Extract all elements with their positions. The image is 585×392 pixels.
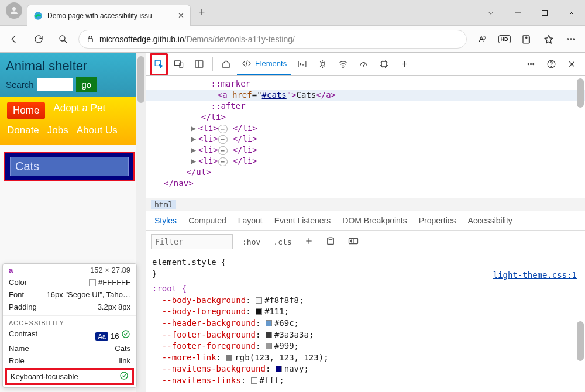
tab-styles[interactable]: Styles [154, 216, 177, 225]
contrast-badge: Aa [95, 332, 108, 341]
tab-accessibility[interactable]: Accessibility [468, 216, 512, 225]
cls-button[interactable]: .cls [270, 236, 295, 247]
tooltip-name-value: Cats [115, 344, 130, 353]
toolbar: microsoftedge.github.io/Demos/devtools-a… [0, 26, 585, 53]
svg-point-24 [321, 63, 325, 66]
lock-icon [86, 35, 95, 43]
close-tab-icon[interactable]: ✕ [178, 11, 184, 20]
refresh-button[interactable] [29, 30, 48, 49]
hd-button[interactable]: HD [495, 30, 514, 49]
svg-rect-23 [298, 61, 306, 67]
tooltip-contrast-label: Contrast [9, 329, 37, 341]
sources-tab[interactable] [313, 53, 332, 75]
maximize-button[interactable] [531, 4, 558, 22]
inspect-tooltip: a152 × 27.89 Color#FFFFFF Font16px "Sego… [2, 263, 137, 388]
tab-computed[interactable]: Computed [188, 216, 226, 225]
tooltip-role-value: link [119, 356, 130, 365]
tab-actions-icon[interactable] [477, 4, 504, 22]
nav-adopt[interactable]: Adopt a Pet [53, 102, 105, 119]
nav-about[interactable]: About Us [77, 125, 118, 136]
devtools-more-button[interactable] [521, 53, 541, 75]
network-tab[interactable] [333, 53, 353, 75]
styles-filter-input[interactable] [151, 234, 233, 249]
svg-line-7 [64, 40, 67, 43]
tooltip-padding-value: 3.2px 8px [98, 302, 130, 311]
svg-point-0 [12, 7, 16, 11]
page-scrollbar[interactable] [136, 53, 146, 392]
devtools-tabs: Elements [146, 53, 585, 76]
svg-rect-28 [381, 61, 387, 67]
performance-tab[interactable] [354, 53, 373, 75]
tooltip-role-label: Role [9, 356, 25, 365]
new-tab-button[interactable]: + [193, 4, 211, 22]
go-button[interactable]: go [76, 77, 98, 92]
device-toggle-button[interactable] [169, 53, 188, 75]
devtools-help-button[interactable] [542, 53, 561, 75]
tab-dom-breakpoints[interactable]: DOM Breakpoints [342, 216, 407, 225]
devtools: Elements ::marker <a href="#cats">Cats</… [146, 53, 585, 392]
nav-home[interactable]: Home [7, 102, 45, 119]
back-button[interactable] [5, 30, 23, 49]
css-declaration[interactable]: --navitems-background: navy; [152, 363, 579, 375]
more-menu-button[interactable] [562, 30, 580, 49]
flex-editor-button[interactable] [322, 235, 339, 249]
tab-event-listeners[interactable]: Event Listeners [274, 216, 331, 225]
page-title: Animal shelter [6, 59, 130, 74]
nav-donate[interactable]: Donate [7, 125, 39, 136]
minimize-button[interactable] [504, 4, 531, 22]
console-tab[interactable] [292, 53, 312, 75]
dom-tree[interactable]: ::marker <a href="#cats">Cats</a> ::afte… [146, 76, 585, 198]
welcome-tab[interactable] [216, 53, 236, 75]
css-declaration[interactable]: --body-background: #f8f8f8; [152, 295, 579, 307]
styles-scrollbar[interactable] [577, 321, 584, 361]
hov-button[interactable]: :hov [239, 236, 264, 247]
devtools-close-button[interactable] [562, 53, 581, 75]
new-style-button[interactable] [301, 236, 316, 248]
source-link[interactable]: light-theme.css:1 [493, 270, 577, 281]
svg-rect-21 [195, 61, 203, 67]
check-icon [119, 371, 129, 382]
svg-rect-8 [88, 39, 93, 42]
tooltip-dimensions: 152 × 27.89 [90, 266, 130, 274]
tab-properties[interactable]: Properties [419, 216, 456, 225]
css-declaration[interactable]: --footer-background: #3a3a3a; [152, 329, 579, 341]
collections-button[interactable] [517, 30, 536, 49]
tab-layout[interactable]: Layout [238, 216, 263, 225]
tooltip-contrast-value: 16 [111, 332, 119, 341]
tab-title: Demo page with accessibility issu [47, 12, 173, 20]
favorites-button[interactable] [539, 30, 558, 49]
address-bar[interactable]: microsoftedge.github.io/Demos/devtools-a… [78, 30, 467, 49]
browser-tab[interactable]: Demo page with accessibility issu ✕ [27, 5, 191, 26]
styles-toolbar: :hov .cls [146, 231, 585, 253]
titlebar: Demo page with accessibility issu ✕ + [0, 0, 585, 26]
dock-button[interactable] [190, 53, 209, 75]
search-button[interactable] [54, 30, 73, 49]
page-nav: Home Adopt a Pet Donate Jobs About Us [0, 97, 136, 145]
css-declaration[interactable]: --body-foreground: #111; [152, 306, 579, 318]
computed-toggle-button[interactable] [345, 236, 362, 248]
css-declaration[interactable]: --footer-foreground: #999; [152, 341, 579, 352]
css-declaration[interactable]: --navitems-links: #fff; [152, 375, 579, 387]
read-aloud-button[interactable]: A)) [473, 30, 491, 49]
profile-icon[interactable] [6, 2, 22, 19]
dom-selected-node[interactable]: <a href="#cats">Cats</a> [146, 90, 585, 101]
styles-tabs: Styles Computed Layout Event Listeners D… [146, 211, 585, 231]
memory-tab[interactable] [374, 53, 394, 75]
styles-pane[interactable]: element.style { } :root { light-theme.cs… [146, 253, 585, 392]
close-window-button[interactable] [558, 4, 585, 22]
css-declaration[interactable]: --header-background: #69c; [152, 318, 579, 329]
tooltip-color-value: #FFFFFF [98, 278, 130, 287]
inspect-element-button[interactable] [150, 53, 168, 75]
search-input[interactable] [37, 78, 73, 91]
svg-point-15 [573, 38, 574, 39]
nav-jobs[interactable]: Jobs [47, 125, 68, 136]
css-declaration[interactable]: --more-link: rgb(123, 123, 123); [152, 352, 579, 364]
dom-breadcrumb[interactable]: html [146, 198, 585, 211]
tooltip-a11y-heading: ACCESSIBILITY [3, 315, 136, 328]
add-tab-button[interactable] [395, 53, 414, 75]
svg-rect-3 [542, 10, 548, 15]
elements-tab[interactable]: Elements [237, 53, 291, 75]
devtools-scrollbar[interactable] [577, 78, 584, 108]
sidebar-item-cats[interactable]: Cats [10, 157, 129, 176]
svg-point-27 [363, 65, 364, 66]
